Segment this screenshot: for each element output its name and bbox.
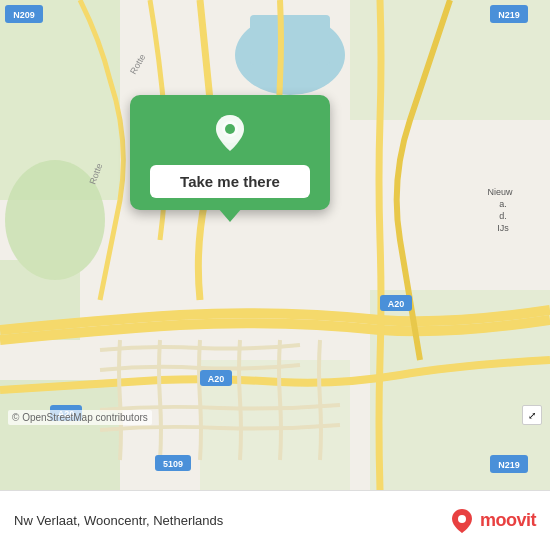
moovit-pin-icon [448,507,476,535]
moovit-brand-name: moovit [480,510,536,531]
map-copyright: © OpenStreetMap contributors [8,410,152,425]
expand-map-button[interactable]: ⤢ [522,405,542,425]
footer-bar: Nw Verlaat, Wooncentr, Netherlands moovi… [0,490,550,550]
svg-rect-2 [250,15,330,65]
svg-text:N219: N219 [498,10,520,20]
svg-rect-8 [0,380,120,490]
svg-text:5109: 5109 [163,459,183,469]
svg-text:IJs: IJs [497,223,509,233]
take-me-there-button[interactable]: Take me there [150,165,310,198]
svg-text:d.: d. [499,211,507,221]
location-label: Nw Verlaat, Wooncentr, Netherlands [14,513,223,528]
svg-point-33 [458,515,466,523]
map-container: N209 N219 N219 A20 A20 A20 5109 Rotte Ro… [0,0,550,490]
svg-text:A20: A20 [388,299,405,309]
svg-text:Nieuw: Nieuw [487,187,513,197]
svg-text:A20: A20 [208,374,225,384]
svg-text:N219: N219 [498,460,520,470]
svg-text:N209: N209 [13,10,35,20]
svg-point-32 [225,124,235,134]
svg-text:a.: a. [499,199,507,209]
location-pin-icon [208,111,252,155]
location-popup: Take me there [130,95,330,210]
moovit-logo: moovit [448,507,536,535]
